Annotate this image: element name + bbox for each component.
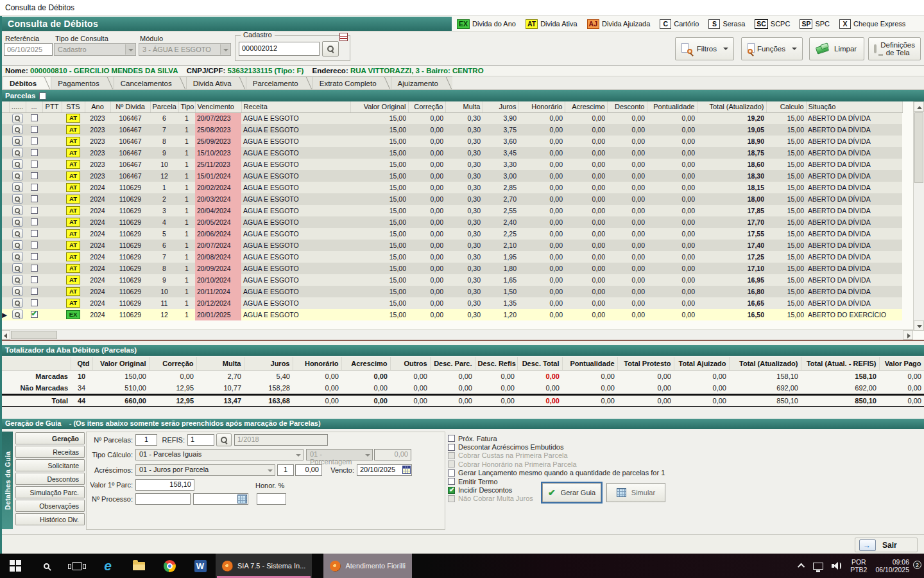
column-header-acrescimo[interactable]: Acrescimo [565, 101, 607, 112]
tipo-consulta-select[interactable]: Cadastro [54, 43, 136, 56]
parcelas-checkbox[interactable] [39, 92, 46, 100]
calendar-icon[interactable] [402, 466, 411, 474]
table-row[interactable]: AT202411062911120/12/2024AGUA E ESGOTO15… [0, 297, 902, 309]
scroll-up-button[interactable] [914, 101, 924, 112]
column-header-calculo[interactable]: Calculo [766, 101, 806, 112]
tab-extrato-completo[interactable]: Extrato Completo [312, 76, 391, 89]
row-detail-button[interactable] [12, 114, 23, 123]
list-icon[interactable] [339, 33, 348, 41]
option-checkbox[interactable] [448, 444, 455, 451]
file-explorer-button[interactable] [123, 554, 154, 578]
row-detail-button[interactable] [12, 310, 23, 319]
row-detail-button[interactable] [12, 240, 23, 250]
guia-nav-hist-rico-div-[interactable]: Histórico Div. [15, 513, 85, 525]
column-header-desconto[interactable]: Desconto [607, 101, 647, 112]
filtros-button[interactable]: Filtros [675, 37, 734, 60]
column-header-correcao[interactable]: Correção [408, 101, 445, 112]
row-checkbox[interactable] [31, 195, 38, 202]
table-row[interactable]: AT20241106292120/03/2024AGUA E ESGOTO15,… [0, 193, 902, 205]
internet-explorer-button[interactable]: e [92, 554, 123, 578]
table-row[interactable]: ▶EX202411062912120/01/2025AGUA E ESGOTO1… [0, 309, 902, 320]
row-checkbox[interactable] [31, 114, 38, 121]
refis-search-button[interactable] [216, 434, 232, 446]
modulo-select[interactable]: 3 - ÁGUA E ESGOTO [139, 43, 231, 56]
row-detail-button[interactable] [12, 136, 23, 146]
scroll-right-button[interactable] [903, 330, 913, 340]
detalhes-guia-vertical-tab[interactable]: Detalhes da Guia [2, 432, 13, 529]
guia-nav-solicitante[interactable]: Solicitante [15, 459, 85, 471]
n-parcelas-input[interactable]: 1 [135, 434, 157, 446]
acrescimos-select[interactable]: 01 - Juros por Parcela [135, 464, 275, 476]
row-detail-button[interactable] [12, 159, 23, 169]
column-header-chk[interactable]: ... [26, 101, 42, 112]
row-detail-button[interactable] [12, 125, 23, 134]
refis-input[interactable]: 1 [187, 434, 214, 446]
processo-input[interactable] [135, 493, 191, 505]
column-header-venc[interactable]: Vencimento [195, 101, 241, 112]
row-detail-button[interactable] [12, 171, 23, 180]
speaker-icon[interactable] [832, 561, 842, 570]
word-button[interactable]: W [185, 554, 216, 578]
table-row[interactable]: AT20231064677125/08/2023AGUA E ESGOTO15,… [0, 124, 902, 136]
row-checkbox[interactable] [31, 184, 38, 191]
column-header-multa[interactable]: Multa [445, 101, 483, 112]
tab-parcelamento[interactable]: Parcelamento [246, 76, 312, 89]
guia-nav-gera-o[interactable]: Geração [15, 432, 85, 444]
column-header-ptt[interactable]: PTT [42, 101, 62, 112]
taskbar-search-button[interactable] [31, 554, 62, 578]
horizontal-scroll-thumb[interactable] [11, 331, 57, 339]
row-checkbox[interactable] [31, 253, 38, 260]
tab-débitos[interactable]: Débitos [3, 76, 51, 89]
table-row[interactable]: AT20241106291120/02/2024AGUA E ESGOTO15,… [0, 182, 902, 193]
row-detail-button[interactable] [12, 298, 23, 308]
table-row[interactable]: AT20241106293120/04/2024AGUA E ESGOTO15,… [0, 205, 902, 216]
network-icon[interactable] [813, 563, 823, 570]
row-detail-button[interactable] [12, 206, 23, 215]
row-checkbox[interactable] [31, 276, 38, 283]
row-checkbox[interactable] [31, 299, 38, 306]
acrescimo-qtd-input[interactable]: 1 [277, 464, 294, 476]
row-checkbox[interactable] [31, 207, 38, 214]
cadastro-search-button[interactable] [322, 41, 339, 57]
column-header-juros[interactable]: Juros [483, 101, 518, 112]
option-checkbox[interactable] [448, 435, 455, 442]
calculator-icon[interactable] [237, 495, 247, 504]
start-button[interactable] [0, 554, 31, 578]
row-detail-button[interactable] [12, 194, 23, 204]
table-row[interactable]: AT202411062910120/11/2024AGUA E ESGOTO15… [0, 286, 902, 297]
table-row[interactable]: AT20241106298120/09/2024AGUA E ESGOTO15,… [0, 263, 902, 274]
option-checkbox[interactable] [448, 469, 455, 477]
guia-nav-simula-o-parc-[interactable]: Simulação Parc. [15, 486, 85, 498]
column-header-ano[interactable]: Ano [85, 101, 110, 112]
table-row[interactable]: AT20241106295120/06/2024AGUA E ESGOTO15,… [0, 228, 902, 240]
scroll-down-button[interactable] [914, 320, 924, 331]
column-header-mag[interactable]: ...... [9, 101, 26, 112]
table-row[interactable]: AT20241106294120/05/2024AGUA E ESGOTO15,… [0, 216, 902, 228]
vertical-scroll-thumb[interactable] [914, 112, 923, 183]
guia-nav-descontos[interactable]: Descontos [15, 473, 85, 485]
sair-button[interactable]: → Sair [855, 538, 918, 552]
clock[interactable]: 09:0606/10/2025 [875, 558, 909, 574]
row-detail-button[interactable] [12, 263, 23, 273]
vencto-input[interactable]: 20/10/2025 [357, 464, 412, 476]
language-indicator[interactable]: PORPTB2 [850, 558, 867, 574]
chrome-button[interactable] [154, 554, 185, 578]
row-checkbox[interactable] [31, 172, 38, 179]
table-row[interactable]: AT20231064679115/10/2023AGUA E ESGOTO15,… [0, 147, 902, 159]
processo-doc-input[interactable] [193, 493, 248, 505]
row-checkbox[interactable] [31, 161, 38, 168]
guia-nav-receitas[interactable]: Receitas [15, 446, 85, 458]
tab-pagamentos[interactable]: Pagamentos [51, 76, 114, 89]
chevron-down-icon[interactable] [265, 465, 275, 475]
definicoes-tela-button[interactable]: Definiçõesde Tela [868, 37, 921, 60]
row-checkbox[interactable] [31, 230, 38, 237]
table-row[interactable]: AT20231064676120/07/2023AGUA E ESGOTO15,… [0, 112, 902, 124]
vertical-scrollbar[interactable] [913, 101, 924, 331]
table-row[interactable]: AT20241106297120/08/2024AGUA E ESGOTO15,… [0, 251, 902, 263]
acrescimo-valor-input[interactable]: 0,00 [295, 464, 322, 476]
tab-cancelamentos[interactable]: Cancelamentos [114, 76, 186, 89]
column-header-total[interactable]: Total (Atualizado) [697, 101, 766, 112]
horizontal-scrollbar[interactable] [0, 329, 913, 340]
column-header-parcela[interactable]: Parcela [150, 101, 178, 112]
guia-nav-observa-es[interactable]: Observações [15, 500, 85, 512]
